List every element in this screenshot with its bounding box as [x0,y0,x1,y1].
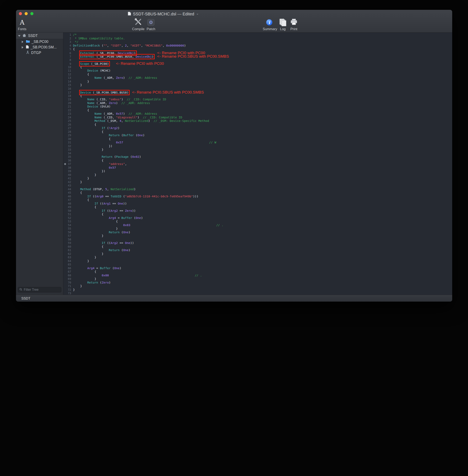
patch-button[interactable]: ⚙ Patch [146,18,156,32]
code-line[interactable]: 59 If ((Arg2 == One)) [63,241,452,245]
code-line[interactable]: 33 } [63,148,452,152]
code-line[interactable]: 18 { [63,94,452,98]
minimize-button[interactable] [25,12,28,15]
tree-item-ssdt-root[interactable]: SSDT [16,33,63,39]
code-line[interactable]: 3 */ [63,40,452,44]
code-line[interactable]: 11 Device (MCHC) [63,69,452,73]
code-editor[interactable]: 1/*2 * SMBus compatibility table.3 */4De… [63,33,452,295]
code-line[interactable]: 21 Device (DVL0) [63,105,452,108]
code-line[interactable]: 57 } [63,234,452,238]
code-line[interactable]: 37 "address", [63,162,452,166]
code-token: // _ADR: Address [129,76,157,79]
code-line[interactable]: 70 Return (Zero) [63,281,452,284]
code-line[interactable]: 1/* [63,33,452,37]
code-line[interactable]: 20 Name (_ADR, Zero) // _ADR: Address [63,101,452,105]
filter-tree-input[interactable] [23,288,60,292]
code-line[interactable]: 23 Name (_ADR, 0x57) // _ADR: Address [63,112,452,116]
code-token: == [111,202,118,205]
code-line[interactable]: 14 } [63,80,452,84]
code-line[interactable]: 5{ [63,47,452,51]
code-line[interactable]: 34 [63,152,452,155]
code-line[interactable]: 38 0x57 [63,166,452,170]
code-line[interactable]: 40 } [63,173,452,177]
disclosure-down-icon[interactable] [18,35,20,37]
code-line[interactable]: 16 [63,87,452,91]
code-line[interactable]: 51 { [63,213,452,216]
disclosure-right-icon[interactable] [22,41,23,43]
code-line[interactable]: 65 [63,263,452,267]
print-button[interactable]: Print [289,18,299,32]
code-line[interactable]: 55 } [63,227,452,231]
zoom-button[interactable] [30,12,33,15]
code-line[interactable]: 56 Return (One) [63,231,452,234]
code-line[interactable]: 30 { [63,137,452,141]
tree-item-dtgp[interactable]: DTGP [16,50,63,56]
code-line[interactable]: 52 Arg4 = Buffer (One) [63,216,452,220]
title-chevron-icon[interactable]: ⌄ [196,12,199,15]
code-line[interactable]: 49 { [63,205,452,209]
code-token: Buffer [123,134,134,137]
code-line[interactable]: 60 { [63,245,452,249]
code-token: ( [100,44,103,47]
code-line[interactable]: 41 } [63,177,452,180]
code-line[interactable]: 22 { [63,108,452,112]
code-line[interactable]: 53 { [63,220,452,223]
code-text: }) [73,144,112,148]
filter-tree-field[interactable] [18,287,61,292]
code-line[interactable]: 31 0x57 // W [63,141,452,144]
code-line[interactable]: 6 External (_SB_.PC00, DeviceObj) <- Ren… [63,51,452,55]
code-line[interactable]: 2 * SMBus compatibility table. [63,37,452,40]
code-line[interactable]: 26 { [63,123,452,127]
code-line[interactable]: 25 Method (_DSM, 4, NotSerialized) // _D… [63,119,452,123]
code-token [109,62,116,65]
code-line[interactable]: 62 } [63,252,452,256]
code-line[interactable]: 12 { [63,73,452,76]
code-line[interactable]: 10 { [63,65,452,69]
code-line[interactable]: 69 } [63,277,452,281]
code-line[interactable]: 45 { [63,191,452,195]
code-line[interactable]: 35 Return (Package (0x02) [63,155,452,159]
summary-button[interactable]: i Summary [263,18,276,32]
code-line[interactable]: 28 { [63,130,452,134]
code-line[interactable]: 66 Arg4 = Buffer (One) [63,267,452,270]
compile-button[interactable]: Compile [132,18,144,32]
code-line[interactable]: 72} [63,288,452,292]
code-line[interactable]: 71 } [63,284,452,288]
code-line[interactable]: 15 } [63,83,452,87]
document-proxy-icon[interactable] [128,12,131,16]
code-line[interactable]: 19 Name (_CID, "smbus") // _CID: Compati… [63,98,452,101]
disclosure-right-icon[interactable] [22,46,23,49]
code-line[interactable]: 7 External (_SB_.PC00.SMBS.BUS0, DeviceO… [63,55,452,58]
code-line[interactable]: 67 { [63,270,452,274]
code-line[interactable]: 44 Method (DTGP, 5, NotSerialized) [63,188,452,191]
code-line[interactable]: 47 { [63,198,452,202]
code-line[interactable]: 27 If (!Arg2) [63,126,452,130]
tree-item-sb-pc00[interactable]: _SB.PC00 [16,39,63,45]
code-line[interactable]: 36 { [63,159,452,163]
code-line[interactable]: 73 [63,292,452,295]
code-line[interactable]: 42 } [63,180,452,184]
code-line[interactable]: 54 0x03 // . [63,223,452,227]
tree-item-sb-pc00-sm[interactable]: _SB.PC00.SM... [16,45,63,50]
code-line[interactable]: 58 [63,238,452,241]
code-line[interactable]: 61 Return (One) [63,249,452,252]
code-line[interactable]: 4DefinitionBlock ("", "SSDT", 2, "ACDT",… [63,44,452,48]
code-line[interactable]: 39 }) [63,169,452,173]
code-line[interactable]: 46 If ((Arg0 == ToUUID ("a0b5b7c6-1318-4… [63,195,452,198]
code-line[interactable]: 9 Scope (_SB.PC00) <- Rename PCI0 with P… [63,62,452,65]
close-button[interactable] [19,12,22,15]
code-line[interactable]: 64 } [63,259,452,263]
code-line[interactable]: 43 [63,184,452,188]
fonts-button[interactable]: A Fonts [17,18,27,32]
code-line[interactable]: 63 } [63,256,452,259]
code-line[interactable]: 68 0x00 // . [63,274,452,277]
code-line[interactable]: 13 Name (_ADR, Zero) // _ADR: Address [63,76,452,80]
code-line[interactable]: 50 If ((Arg2 == Zero)) [63,209,452,213]
code-line[interactable]: 48 If ((Arg1 == One)) [63,202,452,206]
code-line[interactable]: 29 Return (Buffer (One) [63,134,452,137]
code-line[interactable]: 24 Name (_CID, "diagsvault") // _CID: Co… [63,116,452,119]
log-button[interactable]: Log [278,18,287,32]
code-line[interactable]: 32 }) [63,144,452,148]
code-line[interactable]: 17 Device (_SB.PC00.SMBS.BUS0) <- Rename… [63,90,452,94]
tree-item-label: _SB.PC00.SM... [30,45,57,49]
